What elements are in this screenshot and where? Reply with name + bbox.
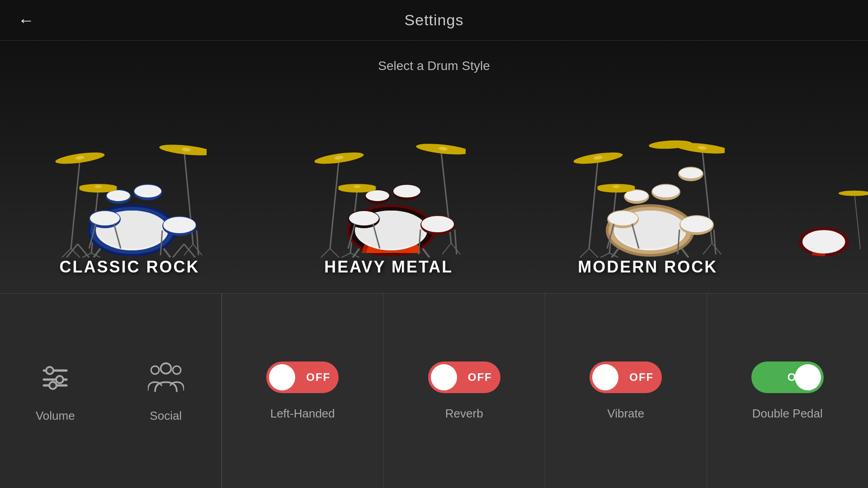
svg-line-6: [71, 249, 80, 258]
svg-point-107: [613, 185, 620, 188]
heavy-metal-label: HEAVY METAL: [324, 258, 453, 277]
svg-line-41: [442, 243, 451, 254]
vibrate-label: Vibrate: [607, 407, 644, 421]
svg-line-11: [82, 253, 91, 258]
svg-line-3: [184, 244, 195, 258]
svg-point-57: [349, 211, 379, 225]
social-control[interactable]: Social: [111, 294, 222, 488]
svg-line-44: [341, 253, 350, 258]
svg-point-63: [393, 185, 420, 197]
svg-point-118: [160, 363, 171, 373]
svg-point-87: [680, 216, 713, 232]
svg-point-61: [366, 190, 389, 201]
heavy-metal-drum-svg: [312, 122, 466, 258]
social-label: Social: [150, 409, 182, 423]
left-handed-toggle-item: OFF Left-Handed: [222, 294, 383, 488]
control-group-left: Volume Social: [0, 294, 222, 488]
page-title: Settings: [405, 11, 464, 29]
svg-line-39: [330, 249, 339, 258]
svg-line-51: [423, 249, 429, 258]
svg-point-27: [107, 190, 130, 201]
classic-rock-kit-wrapper: [0, 99, 259, 258]
svg-line-110: [855, 194, 861, 249]
social-icon: [148, 359, 184, 395]
svg-point-116: [56, 376, 63, 383]
svg-point-95: [625, 190, 648, 201]
vibrate-state: OFF: [629, 371, 654, 384]
reverb-state: OFF: [468, 371, 492, 384]
double-pedal-toggle[interactable]: ON: [751, 361, 824, 393]
svg-line-55: [455, 230, 457, 254]
back-button[interactable]: ←: [18, 12, 34, 28]
drum-style-modern-rock[interactable]: MODERN ROCK: [518, 78, 777, 286]
svg-line-21: [197, 230, 198, 255]
svg-point-99: [679, 168, 703, 178]
sliders-svg: [37, 359, 73, 395]
svg-line-38: [321, 249, 330, 258]
left-handed-toggle[interactable]: OFF: [266, 361, 339, 393]
svg-point-119: [151, 366, 159, 374]
svg-line-71: [589, 158, 598, 249]
reverb-toggle-item: OFF Reverb: [383, 294, 545, 488]
left-handed-label: Left-Handed: [270, 407, 335, 421]
svg-line-72: [580, 249, 589, 258]
controls-section: Volume Social: [0, 294, 868, 488]
double-pedal-state: ON: [788, 371, 806, 384]
drum-style-fourth-partial[interactable]: [777, 78, 868, 286]
svg-point-23: [90, 211, 120, 225]
svg-point-70: [354, 185, 361, 188]
svg-line-85: [682, 249, 689, 258]
svg-point-115: [46, 367, 53, 374]
modern-rock-drum-svg: [571, 122, 725, 258]
control-group-right: OFF Left-Handed OFF Reverb OFF Vibrate O…: [222, 294, 868, 488]
svg-line-37: [330, 158, 339, 249]
svg-point-53: [421, 216, 454, 232]
fourth-kit-wrapper: [777, 127, 868, 286]
drum-subtitle: Select a Drum Style: [378, 59, 490, 73]
svg-point-97: [652, 185, 679, 197]
classic-rock-drum-svg: [53, 122, 207, 258]
modern-rock-kit-wrapper: [518, 99, 777, 258]
svg-line-76: [712, 243, 721, 254]
svg-line-75: [703, 243, 712, 254]
svg-point-91: [608, 211, 638, 225]
svg-point-36: [94, 185, 102, 188]
svg-point-29: [134, 185, 161, 197]
svg-point-120: [173, 366, 181, 374]
modern-rock-label: MODERN ROCK: [578, 258, 717, 277]
drum-style-section: Select a Drum Style: [0, 41, 868, 294]
vibrate-toggle[interactable]: OFF: [590, 361, 662, 393]
drum-grid: CLASSIC ROCK: [0, 78, 868, 286]
svg-line-78: [600, 253, 609, 258]
fourth-drum-svg: [777, 150, 868, 286]
left-handed-state: OFF: [306, 371, 330, 384]
vibrate-knob: [592, 364, 618, 390]
classic-rock-label: CLASSIC ROCK: [60, 258, 200, 277]
drum-style-heavy-metal[interactable]: HEAVY METAL: [259, 78, 518, 286]
volume-control[interactable]: Volume: [0, 294, 111, 488]
reverb-label: Reverb: [445, 407, 483, 421]
svg-point-117: [49, 382, 57, 389]
people-svg: [148, 359, 184, 395]
drum-style-classic-rock[interactable]: CLASSIC ROCK: [0, 78, 259, 286]
svg-point-19: [163, 217, 196, 233]
svg-line-4: [71, 158, 80, 249]
header: ← Settings: [0, 0, 868, 41]
svg-point-109: [802, 230, 845, 253]
left-handed-knob: [269, 364, 295, 390]
heavy-metal-kit-wrapper: [259, 99, 518, 258]
double-pedal-toggle-item: ON Double Pedal: [707, 294, 868, 488]
svg-line-89: [714, 230, 716, 254]
svg-line-1: [78, 244, 89, 258]
svg-line-73: [589, 249, 598, 258]
double-pedal-label: Double Pedal: [752, 407, 823, 421]
volume-label: Volume: [36, 409, 75, 423]
vibrate-toggle-item: OFF Vibrate: [545, 294, 707, 488]
volume-icon: [37, 359, 73, 395]
reverb-knob: [431, 364, 457, 390]
svg-point-111: [839, 191, 868, 196]
reverb-toggle[interactable]: OFF: [428, 361, 500, 393]
svg-line-17: [164, 249, 170, 258]
svg-line-2: [173, 244, 184, 258]
